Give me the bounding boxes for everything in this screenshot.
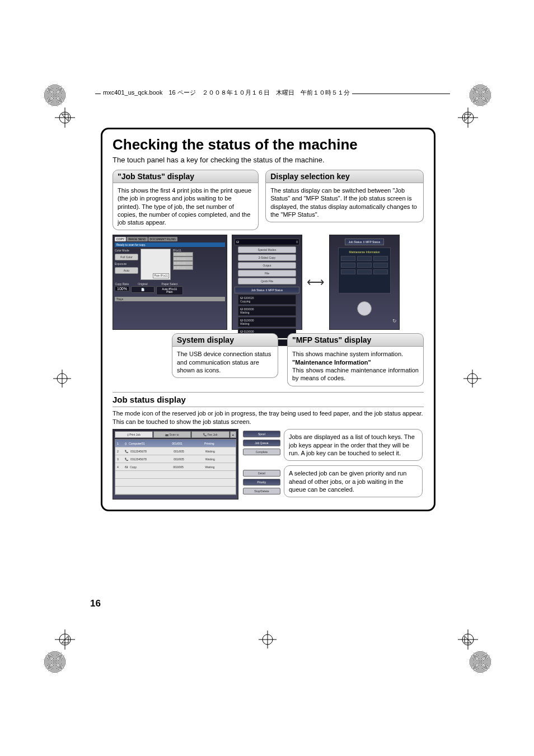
side-mark bbox=[463, 370, 481, 388]
mfp-status-key[interactable]: Job Status ⇕ MFP Status bbox=[345, 239, 384, 245]
scroll-up-button[interactable]: ▲ bbox=[230, 431, 236, 438]
status-dial-icon bbox=[357, 301, 372, 316]
maintenance-info-box: Maintenance Information bbox=[338, 248, 391, 293]
job-row[interactable]: 3📞0312345678002/005Waiting bbox=[115, 455, 236, 463]
tray-item[interactable]: 3. 8½x14 bbox=[173, 261, 193, 265]
detail-button[interactable]: Detail bbox=[243, 470, 280, 477]
job-status-key[interactable]: Job Status ⇕ MFP Status bbox=[235, 287, 299, 293]
tab-fax-job[interactable]: 📞 Fax Job bbox=[191, 431, 229, 438]
callout-body: This shows the first 4 print jobs in the… bbox=[113, 183, 259, 230]
tab-scan-to[interactable]: 📠 Scan to bbox=[153, 431, 191, 438]
page-header: mxc401_us_qck.book 16 ページ ２００８年１０月１６日 木曜… bbox=[101, 88, 352, 97]
job-side-buttons: Spool Job Queue Complete Detail Priority… bbox=[243, 429, 280, 500]
tray-item[interactable]: 4. 8½x11 bbox=[173, 265, 193, 270]
exposure-label: Exposure bbox=[115, 262, 138, 265]
two-sided-copy-button[interactable]: 2-Sided Copy bbox=[238, 254, 296, 261]
refresh-icon[interactable]: ↻ bbox=[332, 318, 397, 324]
bidirectional-arrow-icon: ⟷ bbox=[307, 275, 325, 290]
callout-title: "MFP Status" display bbox=[287, 333, 424, 347]
job-status-row: 🗘 010/000Waiting bbox=[238, 317, 296, 327]
tray-item[interactable]: 2. 8½x11 bbox=[173, 256, 193, 261]
callout-job-list-explain: Jobs are displayed as a list of touch ke… bbox=[284, 429, 423, 461]
tab-image-send[interactable]: IMAGE SEND bbox=[127, 237, 147, 241]
complete-button[interactable]: Complete bbox=[243, 449, 280, 455]
trays-bar[interactable]: Trays bbox=[115, 297, 225, 301]
callout-body: This shows machine system information. "… bbox=[287, 347, 424, 386]
paper-select-button[interactable]: Auto 8½x11 Plain bbox=[156, 286, 183, 295]
main-panel: Checking the status of the machine The t… bbox=[101, 128, 435, 511]
register-mark bbox=[469, 84, 491, 106]
original-preview: Plain 8½x11 bbox=[140, 249, 171, 280]
job-list: 1⎙Computer01001/001Printing 2📞0312345678… bbox=[115, 439, 236, 495]
copy-ratio-button[interactable]: 100% bbox=[115, 286, 129, 291]
job-status-row: 🗘 000/000Waiting bbox=[238, 306, 296, 316]
mfp-status-panel: Job Status ⇕ MFP Status Maintenance Info… bbox=[329, 235, 400, 330]
tab-print-job[interactable]: ⎙ Print Job bbox=[115, 431, 153, 438]
callout-job-status: "Job Status" display This shows the firs… bbox=[113, 170, 259, 230]
side-mark bbox=[53, 370, 71, 388]
color-mode-button[interactable]: Full Color bbox=[115, 254, 138, 260]
color-mode-label: Color Mode bbox=[115, 249, 138, 252]
job-row[interactable]: 1⎙Computer01001/001Printing bbox=[115, 440, 236, 447]
original-label: Original bbox=[138, 282, 147, 286]
job-status-display-desc: The mode icon of the reserved job or job… bbox=[113, 409, 424, 426]
job-queue-screen: ⎙ Print Job 📠 Scan to 📞 Fax Job ▲ 1⎙Comp… bbox=[113, 429, 238, 500]
callout-body: The USB device connection status and com… bbox=[172, 347, 278, 378]
callout-title: Display selection key bbox=[265, 170, 424, 183]
crop-mark bbox=[55, 108, 75, 128]
special-modes-button[interactable]: Special Modes bbox=[238, 246, 296, 253]
spool-button[interactable]: Spool bbox=[243, 431, 280, 437]
status-panel: 🗘0 Special Modes 2-Sided Copy Output Fil… bbox=[232, 235, 302, 330]
ready-message: Ready to scan for copy. bbox=[115, 242, 225, 247]
stop-delete-button[interactable]: Stop/Delete bbox=[243, 488, 280, 494]
callout-title: System display bbox=[172, 333, 278, 347]
quick-file-button[interactable]: Quick File bbox=[238, 278, 296, 284]
page-title: Checking the status of the machine bbox=[113, 136, 424, 153]
callout-job-priority-explain: A selected job can be given priority and… bbox=[284, 465, 423, 497]
side-mark bbox=[259, 631, 277, 648]
copy-screen: COPY IMAGE SEND DOCUMENT FILING Ready to… bbox=[113, 235, 227, 330]
callout-body: The status display can be switched betwe… bbox=[265, 183, 424, 222]
job-queue-button[interactable]: Job Queue bbox=[243, 440, 280, 446]
job-row-empty bbox=[115, 471, 236, 479]
maintenance-info-title: Maintenance Information bbox=[341, 250, 388, 254]
crop-mark bbox=[458, 629, 478, 650]
job-row[interactable]: 2📞0312345678001/005Waiting bbox=[115, 447, 236, 455]
paper-select-label: Paper Select bbox=[162, 282, 178, 286]
tray-list: 8½x11 1. 8½x11 2. 8½x11 3. 8½x14 4. 8½x1… bbox=[173, 249, 193, 280]
copy-counter: 🗘0 bbox=[235, 239, 299, 245]
callout-title: "Job Status" display bbox=[113, 170, 259, 183]
register-mark bbox=[469, 651, 491, 673]
job-row[interactable]: 4🗘Copy002/005Waiting bbox=[115, 463, 236, 471]
tab-copy[interactable]: COPY bbox=[115, 237, 126, 241]
exposure-button[interactable]: Auto bbox=[115, 267, 138, 274]
job-row-empty bbox=[115, 479, 236, 487]
job-status-display-title: Job status display bbox=[113, 395, 424, 404]
paper-note: Plain 8½x11 bbox=[153, 273, 169, 278]
job-status-row: 🗘 020/020Copying bbox=[238, 295, 296, 305]
crop-mark bbox=[458, 108, 478, 128]
callout-display-selection-key: Display selection key The status display… bbox=[265, 170, 424, 230]
callout-system-display: System display The USB device connection… bbox=[172, 333, 278, 386]
page-subtitle: The touch panel has a key for checking t… bbox=[113, 156, 424, 164]
register-mark bbox=[44, 84, 66, 106]
crop-mark bbox=[55, 629, 75, 650]
file-button[interactable]: File bbox=[238, 270, 296, 277]
original-button[interactable]: 📄 bbox=[131, 286, 154, 293]
priority-button[interactable]: Priority bbox=[243, 479, 280, 486]
copy-ratio-label: Copy Ratio bbox=[115, 282, 129, 286]
page-number: 16 bbox=[90, 598, 101, 609]
register-mark bbox=[44, 651, 66, 673]
callout-mfp-status: "MFP Status" display This shows machine … bbox=[287, 333, 424, 386]
output-button[interactable]: Output bbox=[238, 262, 296, 269]
tab-document-filing[interactable]: DOCUMENT FILING bbox=[148, 237, 177, 241]
tray-item[interactable]: 1. 8½x11 bbox=[173, 252, 193, 256]
job-row-empty bbox=[115, 487, 236, 494]
